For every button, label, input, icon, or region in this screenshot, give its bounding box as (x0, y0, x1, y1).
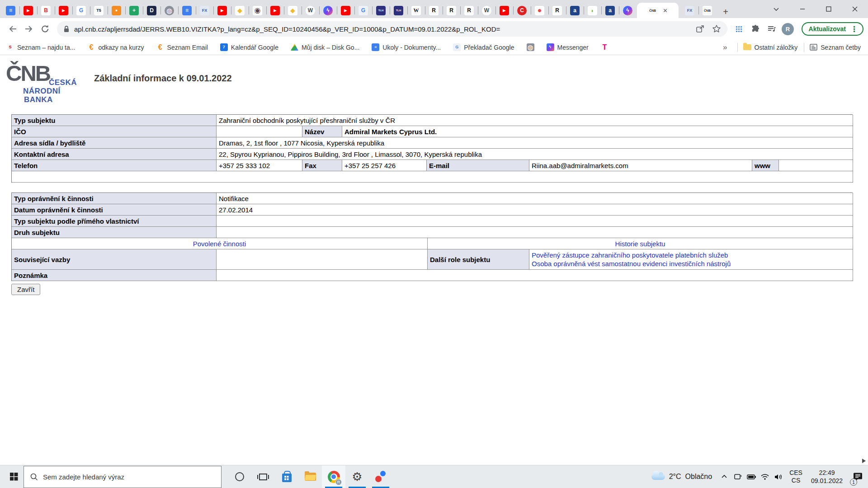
bookmark-item-messenger[interactable]: ϟMessenger (547, 43, 589, 51)
bookmarks-overflow-icon[interactable]: » (723, 43, 727, 52)
pinned-tab-wiki[interactable]: W (407, 3, 425, 18)
cortana-button[interactable] (228, 465, 251, 488)
value-datum-opravneni: 27.02.2014 (217, 204, 853, 216)
volume-tray-button[interactable] (772, 465, 785, 488)
pinned-tab-docs[interactable]: ≡ (2, 3, 19, 18)
tablet-mode-tray-button[interactable] (731, 465, 745, 488)
pinned-tab-wordpress[interactable]: W (478, 3, 495, 18)
bookmark-item-calendar[interactable]: 7Kalendář Google (220, 43, 278, 51)
file-explorer-button[interactable] (298, 465, 322, 488)
browser-menu-icon[interactable]: ⋮ (850, 24, 860, 34)
label-datum-opravneni: Datum oprávnění k činnosti (12, 204, 217, 216)
weather-widget[interactable]: 2°C Oblačno (646, 473, 717, 481)
pinned-tab-binance[interactable]: ◆ (284, 3, 302, 18)
pinned-tab-alza[interactable]: a (601, 3, 619, 18)
microsoft-store-button[interactable] (275, 465, 298, 488)
pinned-tab-sheets[interactable]: + (125, 3, 143, 18)
pinned-tab-youtube[interactable]: ▶ (495, 3, 513, 18)
other-bookmarks-button[interactable]: Ostatní záložky (743, 44, 798, 51)
pinned-tab-globe[interactable]: ◍ (160, 3, 178, 18)
extension-grid-button[interactable] (731, 21, 747, 37)
pinned-tab-youtube[interactable]: ▶ (337, 3, 354, 18)
bookmark-item-seznam[interactable]: SSeznam – najdu ta... (6, 43, 75, 51)
pinned-tab-revolut[interactable]: R (425, 3, 443, 18)
chrome-update-button[interactable]: Aktualizovat ⋮ (802, 22, 863, 36)
pinned-tab-youtube[interactable]: ▶ (19, 3, 37, 18)
bookmark-label: odkazy na kurzy (98, 44, 144, 51)
povolene-cinnosti-link[interactable]: Povolené činnosti (193, 240, 246, 248)
pinned-tab-t5[interactable]: T5 (90, 3, 108, 18)
pinned-tab-revolut[interactable]: R (460, 3, 478, 18)
pinned-tab-revolut[interactable]: R (443, 3, 460, 18)
playlist-extension-button[interactable] (764, 21, 780, 37)
bookmark-item-drive[interactable]: Můj disk – Disk Go... (291, 43, 359, 51)
pinned-tab-youtube[interactable]: ▶ (213, 3, 231, 18)
role-link-2[interactable]: Osoba oprávněná vést samostatnou evidenc… (532, 259, 731, 268)
zavrit-button[interactable]: Zavřít (11, 284, 40, 295)
clock[interactable]: 22:49 09.01.2022 (807, 469, 847, 485)
bookmark-item-euro[interactable]: €Seznam Email (156, 43, 208, 51)
start-button[interactable] (0, 465, 24, 488)
bookmark-item-euro[interactable]: €odkazy na kurzy (87, 43, 144, 51)
pinned-tab-messenger[interactable]: ϟ (319, 3, 337, 18)
scroll-right-arrow[interactable] (862, 459, 866, 463)
forward-button[interactable] (21, 21, 37, 37)
reading-list-button[interactable]: Seznam četby (810, 44, 861, 51)
share-icon[interactable] (696, 25, 705, 33)
pinned-tab-leaf[interactable]: ◗ (584, 3, 601, 18)
role-link-1[interactable]: Pověřený zástupce zahraničního poskytova… (532, 251, 728, 259)
pinned-tab-sphere[interactable]: ◉ (249, 3, 266, 18)
chrome-taskbar-button[interactable]: R (322, 465, 345, 488)
extensions-button[interactable] (747, 21, 764, 37)
pinned-tab-denik[interactable]: D (143, 3, 160, 18)
bookmark-item-docs[interactable]: ≡Ukoly - Dokumenty... (372, 43, 441, 51)
pinned-tab-fx[interactable]: FX (196, 3, 213, 18)
pinned-tab-cnb[interactable]: ČNB (698, 3, 716, 18)
pinned-tab-seznam-portal[interactable]: ● (108, 3, 125, 18)
update-label: Aktualizovat (809, 25, 846, 33)
pinned-tab-revolut[interactable]: R (548, 3, 566, 18)
reload-button[interactable] (37, 21, 53, 37)
pinned-tab-youtube[interactable]: ▶ (55, 3, 72, 18)
pinned-tab-messenger[interactable]: ϟ (619, 3, 637, 18)
pinned-tab-tlh[interactable]: TLH (390, 3, 407, 18)
bookmark-item-globe[interactable]: ◍ (527, 43, 534, 51)
pinned-tab-tlh[interactable]: TLH (372, 3, 390, 18)
pinned-tab-fx[interactable]: FX (681, 3, 698, 18)
tab-close-icon[interactable]: ✕ (663, 7, 668, 14)
tab-search-chevron-icon[interactable] (769, 0, 784, 18)
pinned-tab-stream[interactable]: B (37, 3, 55, 18)
new-tab-button[interactable]: + (719, 5, 732, 18)
pinned-tab-docs[interactable]: ≡ (178, 3, 196, 18)
back-button[interactable] (5, 21, 21, 37)
minimize-button[interactable] (789, 0, 816, 18)
historie-subjektu-link[interactable]: Historie subjektu (615, 240, 665, 248)
settings-taskbar-button[interactable]: ⚙ (345, 465, 369, 488)
wifi-tray-button[interactable] (758, 465, 772, 488)
profile-avatar[interactable]: R (780, 21, 796, 37)
bookmark-item-translate[interactable]: GPřekladač Google (453, 43, 514, 51)
pinned-tab-ctv[interactable]: C (513, 3, 531, 18)
pinned-tab-youtube[interactable]: ▶ (266, 3, 284, 18)
pinned-tab-redblob[interactable]: ● (531, 3, 548, 18)
pinned-tab-binance[interactable]: ◆ (231, 3, 249, 18)
action-center-button[interactable]: 1 (847, 465, 868, 488)
label-ico: IČO (12, 126, 217, 137)
address-bar[interactable]: apl.cnb.cz/apljerrsdad/JERRS.WEB10.VIZIT… (57, 21, 727, 37)
pinned-tab-alza[interactable]: a (566, 3, 584, 18)
pinned-tab-translate[interactable]: G (354, 3, 372, 18)
maximize-button[interactable] (816, 0, 842, 18)
bookmark-item-tmobile[interactable]: T (601, 43, 609, 51)
bookmark-star-icon[interactable] (712, 24, 721, 33)
close-window-button[interactable] (842, 0, 868, 18)
language-indicator[interactable]: CES CS (785, 469, 807, 484)
battery-tray-button[interactable] (745, 465, 758, 488)
pinned-tab-google[interactable]: G (72, 3, 90, 18)
app-dots-taskbar-button[interactable] (369, 465, 392, 488)
task-view-button[interactable] (251, 465, 275, 488)
taskbar-search-input[interactable]: Sem zadejte hledaný výraz (24, 466, 222, 488)
show-hidden-icons-button[interactable] (717, 465, 731, 488)
cnb-logo-word1: ČESKÁ (49, 79, 77, 86)
active-tab-cnb[interactable]: ČNB ✕ (637, 3, 679, 18)
pinned-tab-wordpress[interactable]: W (302, 3, 319, 18)
